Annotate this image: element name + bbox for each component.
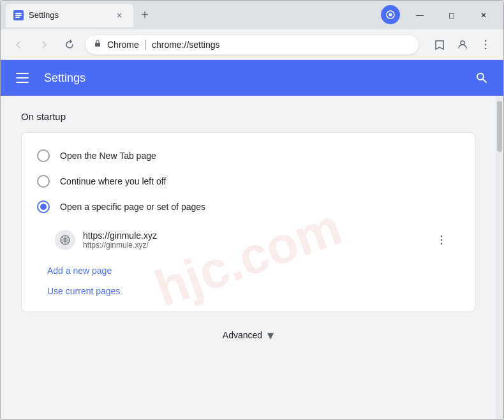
radio-option-continue[interactable]: Continue where you left off [22, 169, 475, 194]
lock-icon [93, 39, 102, 50]
svg-rect-2 [15, 15, 22, 16]
scrollbar-thumb[interactable] [497, 101, 502, 152]
address-separator: | [144, 39, 147, 50]
address-right-icons [429, 34, 496, 55]
svg-point-14 [441, 236, 443, 237]
url-display-name: https://ginmule.xyz [83, 230, 431, 241]
address-url-text: chrome://settings [152, 40, 220, 50]
main-content: hjc.com On startup Open the New Tab page… [1, 96, 496, 419]
tab-favicon [13, 10, 24, 20]
address-input[interactable]: Chrome | chrome://settings [85, 34, 419, 55]
title-bar: Settings × + — ◻ ✕ [1, 1, 503, 29]
settings-title: Settings [44, 71, 85, 85]
maximize-button[interactable]: ◻ [437, 5, 466, 26]
hamburger-line-3 [16, 82, 29, 83]
section-title: On startup [21, 111, 475, 122]
radio-option-new-tab[interactable]: Open the New Tab page [22, 143, 475, 169]
browser-window: Settings × + — ◻ ✕ [0, 0, 504, 420]
add-new-page-button[interactable]: Add a new page [22, 260, 127, 281]
menu-button[interactable] [475, 34, 496, 55]
svg-point-8 [485, 40, 487, 41]
radio-inner-dot [40, 204, 47, 210]
settings-header: Settings [1, 60, 503, 96]
svg-point-16 [441, 243, 443, 245]
svg-point-10 [485, 47, 487, 49]
url-favicon-icon [55, 230, 75, 250]
bookmark-button[interactable] [429, 34, 450, 55]
window-controls: — ◻ ✕ [381, 5, 498, 26]
url-list-section: https://ginmule.xyz https://ginmule.xyz/ [22, 220, 475, 260]
svg-line-12 [483, 79, 486, 82]
svg-point-15 [441, 239, 443, 241]
chrome-extension-icon[interactable] [381, 5, 400, 24]
search-settings-button[interactable] [470, 66, 493, 89]
reload-button[interactable] [59, 34, 80, 55]
svg-rect-1 [15, 13, 22, 14]
url-more-button[interactable] [431, 230, 452, 250]
radio-label-continue: Continue where you left off [60, 176, 166, 186]
url-entry-ginmule: https://ginmule.xyz https://ginmule.xyz/ [47, 225, 459, 255]
url-texts: https://ginmule.xyz https://ginmule.xyz/ [83, 230, 431, 250]
radio-label-new-tab: Open the New Tab page [60, 151, 156, 161]
profile-button[interactable] [452, 34, 473, 55]
content-wrapper: hjc.com On startup Open the New Tab page… [1, 96, 503, 419]
radio-circle-continue [37, 175, 50, 188]
startup-options-card: Open the New Tab page Continue where you… [21, 132, 475, 312]
hamburger-line-1 [16, 73, 29, 74]
back-button[interactable] [8, 34, 29, 55]
svg-rect-3 [15, 17, 20, 18]
address-bar: Chrome | chrome://settings [1, 29, 503, 60]
radio-circle-new-tab [37, 149, 50, 162]
svg-point-7 [461, 41, 464, 45]
close-button[interactable]: ✕ [469, 5, 498, 26]
advanced-section: Advanced ▾ [21, 312, 475, 358]
svg-point-9 [485, 43, 487, 45]
advanced-label: Advanced [223, 330, 262, 340]
minimize-button[interactable]: — [405, 5, 434, 26]
hamburger-menu-button[interactable] [11, 66, 34, 89]
forward-button[interactable] [34, 34, 54, 55]
radio-option-specific[interactable]: Open a specific page or set of pages [22, 194, 475, 220]
svg-point-5 [389, 13, 392, 16]
scrollbar-track[interactable] [496, 96, 503, 419]
advanced-arrow-icon: ▾ [267, 327, 274, 343]
active-tab[interactable]: Settings × [6, 4, 133, 27]
new-tab-button[interactable]: + [136, 6, 154, 24]
url-address: https://ginmule.xyz/ [83, 241, 431, 250]
radio-circle-specific [37, 200, 50, 213]
use-current-pages-button[interactable]: Use current pages [22, 281, 135, 301]
tab-title: Settings [29, 10, 59, 20]
hamburger-line-2 [16, 77, 29, 79]
address-site-label: Chrome [107, 40, 139, 50]
svg-rect-6 [95, 43, 100, 47]
radio-label-specific: Open a specific page or set of pages [60, 202, 205, 212]
tab-close-button[interactable]: × [113, 9, 126, 22]
